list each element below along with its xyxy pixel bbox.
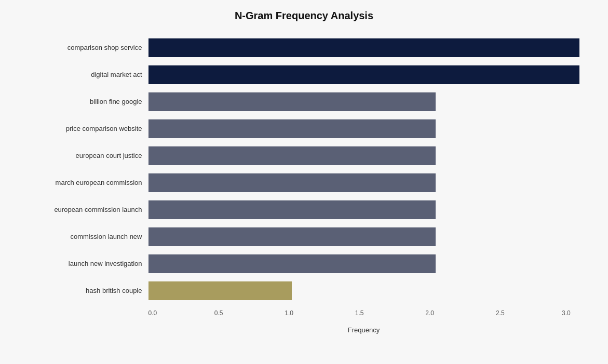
bar-track bbox=[148, 119, 579, 138]
bar-fill bbox=[148, 146, 436, 165]
bar-label: march european commission bbox=[29, 179, 148, 186]
bar-fill bbox=[148, 200, 436, 219]
bar-fill bbox=[148, 227, 436, 246]
bar-track bbox=[148, 92, 579, 111]
bar-track bbox=[148, 146, 579, 165]
bar-label: digital market act bbox=[29, 71, 148, 78]
bar-track bbox=[148, 200, 579, 219]
bar-label: billion fine google bbox=[29, 98, 148, 105]
bar-track bbox=[148, 65, 579, 84]
x-ticks: 0.00.51.01.52.02.53.0 bbox=[148, 307, 579, 317]
bar-row: launch new investigation bbox=[29, 250, 579, 277]
chart-area: comparison shop servicedigital market ac… bbox=[29, 34, 579, 304]
bar-fill bbox=[148, 254, 436, 273]
bar-row: price comparison website bbox=[29, 115, 579, 142]
x-tick: 2.5 bbox=[496, 309, 505, 317]
bar-fill bbox=[148, 38, 579, 57]
bar-label: launch new investigation bbox=[29, 260, 148, 267]
bar-row: commission launch new bbox=[29, 223, 579, 250]
bar-row: billion fine google bbox=[29, 88, 579, 115]
bar-fill bbox=[148, 281, 292, 300]
bar-track bbox=[148, 38, 579, 57]
chart-title: N-Gram Frequency Analysis bbox=[29, 10, 579, 22]
x-tick: 1.5 bbox=[355, 309, 364, 317]
x-tick: 2.0 bbox=[425, 309, 434, 317]
x-tick: 1.0 bbox=[285, 309, 293, 317]
bar-row: comparison shop service bbox=[29, 34, 579, 61]
bar-track bbox=[148, 281, 579, 300]
bar-fill bbox=[148, 65, 579, 84]
bar-track bbox=[148, 227, 579, 246]
bar-row: hash british couple bbox=[29, 277, 579, 304]
x-axis-label: Frequency bbox=[148, 326, 579, 334]
bar-row: european court justice bbox=[29, 142, 579, 169]
bar-label: commission launch new bbox=[29, 233, 148, 240]
bar-row: march european commission bbox=[29, 169, 579, 196]
bar-row: european commission launch bbox=[29, 196, 579, 223]
bar-fill bbox=[148, 119, 436, 138]
bar-label: price comparison website bbox=[29, 125, 148, 132]
bar-row: digital market act bbox=[29, 61, 579, 88]
x-tick: 3.0 bbox=[562, 309, 571, 317]
bar-label: comparison shop service bbox=[29, 44, 148, 51]
bar-label: european commission launch bbox=[29, 206, 148, 213]
x-tick: 0.0 bbox=[148, 309, 157, 317]
bar-label: european court justice bbox=[29, 152, 148, 159]
bar-track bbox=[148, 254, 579, 273]
x-axis-container: 0.00.51.01.52.02.53.0 bbox=[148, 307, 579, 317]
bar-fill bbox=[148, 173, 436, 192]
chart-container: N-Gram Frequency Analysis comparison sho… bbox=[19, 0, 590, 364]
x-tick: 0.5 bbox=[214, 309, 223, 317]
bar-label: hash british couple bbox=[29, 287, 148, 294]
bar-track bbox=[148, 173, 579, 192]
bar-fill bbox=[148, 92, 436, 111]
